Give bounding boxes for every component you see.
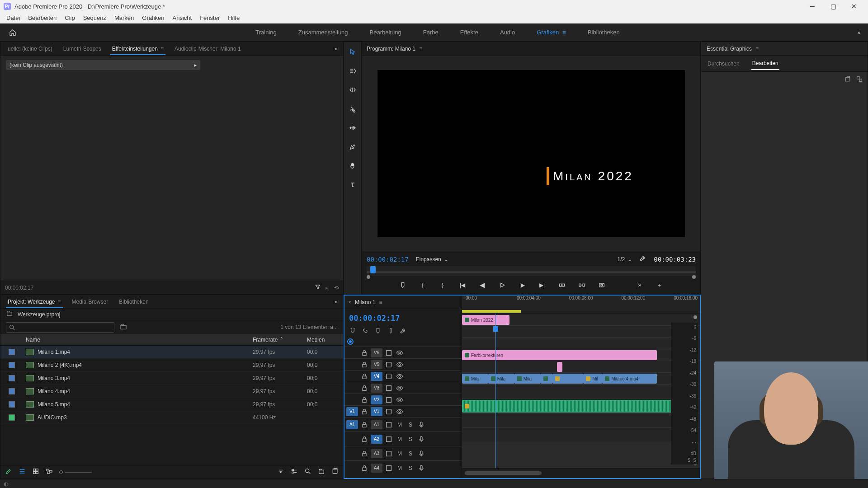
label-swatch[interactable]: [9, 388, 15, 394]
source-patch[interactable]: [346, 464, 358, 473]
clip-v1[interactable]: Mila: [488, 374, 514, 384]
work-area-bar[interactable]: [462, 310, 521, 313]
timeline-playhead[interactable]: [495, 314, 496, 468]
lock-icon[interactable]: [360, 421, 369, 428]
clip-v1[interactable]: Mila: [462, 374, 488, 384]
workspace-bibliotheken[interactable]: Bibliotheken: [588, 23, 620, 41]
lock-icon[interactable]: [360, 349, 369, 357]
settings-icon[interactable]: [400, 327, 407, 336]
tab-source[interactable]: uelle: (keine Clips): [2, 43, 58, 55]
track-target[interactable]: A1: [371, 420, 382, 429]
timeline-tracks[interactable]: Milan 2022 Farbkorrekturen Mila Mila Mil…: [462, 314, 700, 468]
eg-tab-bearbeiten[interactable]: Bearbeiten: [751, 57, 779, 70]
fx-toggle-icon[interactable]: [384, 385, 393, 392]
audio-track-header[interactable]: A2 M S: [344, 432, 462, 446]
menu-icon[interactable]: ≡: [562, 29, 566, 36]
track-target[interactable]: V1: [371, 407, 382, 416]
clip-title[interactable]: Milan 2022: [462, 315, 509, 325]
goto-out-icon[interactable]: ▶|: [537, 280, 547, 291]
snap-icon[interactable]: [349, 327, 356, 336]
audio-track-header[interactable]: A1 A1 M S: [344, 417, 462, 432]
lock-icon[interactable]: [360, 408, 369, 415]
solo-button[interactable]: S: [406, 465, 415, 471]
tab-lumetri-scopes[interactable]: Lumetri-Scopes: [58, 43, 107, 55]
mute-button[interactable]: M: [395, 436, 404, 442]
tabs-overflow-icon[interactable]: »: [331, 299, 341, 305]
out-point-handle[interactable]: [692, 275, 696, 279]
track-target[interactable]: A4: [371, 464, 382, 473]
workspace-grafiken[interactable]: Grafiken≡: [537, 23, 566, 41]
clip-transition[interactable]: [557, 362, 562, 372]
voice-record-icon[interactable]: [417, 450, 426, 457]
lock-icon[interactable]: [360, 361, 369, 368]
lock-icon[interactable]: [360, 385, 369, 392]
clip-audio[interactable]: [462, 400, 695, 413]
menu-clip[interactable]: Clip: [61, 14, 78, 22]
workspace-audio[interactable]: Audio: [500, 23, 515, 41]
track-target[interactable]: V3: [371, 384, 382, 393]
audio-track-header[interactable]: A3 M S: [344, 446, 462, 460]
panel-menu-icon[interactable]: ≡: [379, 299, 382, 305]
track-target[interactable]: A2: [371, 435, 382, 444]
table-row[interactable]: Milano 3.mp4 29,97 fps 00;0: [0, 372, 343, 385]
goto-in-icon[interactable]: |◀: [457, 280, 468, 291]
menu-hilfe[interactable]: Hilfe: [224, 14, 243, 22]
eye-icon[interactable]: [395, 385, 404, 392]
fx-toggle-icon[interactable]: [384, 396, 393, 404]
clip-v1[interactable]: Mila: [514, 374, 541, 384]
audio-track-header[interactable]: A4 M S: [344, 460, 462, 475]
video-track-header[interactable]: V4: [344, 370, 462, 382]
filter-icon[interactable]: [315, 284, 321, 291]
fit-dropdown[interactable]: Einpassen⌄: [416, 256, 448, 263]
maximize-button[interactable]: ▢: [823, 0, 844, 13]
panel-menu-icon[interactable]: ≡: [755, 46, 759, 52]
sort-icon[interactable]: [277, 468, 284, 476]
video-track-header[interactable]: V6: [344, 347, 462, 358]
source-patch[interactable]: A1: [346, 420, 358, 429]
selection-tool-icon[interactable]: [346, 46, 359, 58]
workspace-effekte[interactable]: Effekte: [460, 23, 478, 41]
step-back-icon[interactable]: ▸|: [326, 285, 330, 291]
eye-icon[interactable]: [395, 396, 404, 404]
new-item-icon[interactable]: [331, 468, 339, 476]
video-track-header[interactable]: V2: [344, 394, 462, 405]
zoom-dropdown[interactable]: 1/2⌄: [618, 256, 632, 263]
eye-icon[interactable]: [395, 349, 404, 357]
track-scroll-handle[interactable]: [693, 315, 697, 319]
workspace-training[interactable]: Training: [255, 23, 276, 41]
step-forward-icon[interactable]: |▶: [517, 280, 528, 291]
fx-toggle-icon[interactable]: [384, 450, 393, 457]
fx-toggle-icon[interactable]: [384, 373, 393, 380]
close-seq-icon[interactable]: ×: [348, 299, 351, 305]
panel-menu-icon[interactable]: ≡: [160, 46, 164, 52]
eye-icon[interactable]: [395, 361, 404, 368]
solo-s[interactable]: S: [693, 458, 696, 463]
group-icon[interactable]: [856, 75, 863, 84]
table-row[interactable]: AUDIO.mp3 44100 Hz: [0, 411, 343, 424]
voice-record-icon[interactable]: [417, 421, 426, 428]
solo-button[interactable]: S: [406, 450, 415, 457]
mute-button[interactable]: M: [395, 465, 404, 471]
slip-tool-icon[interactable]: [346, 122, 359, 134]
track-select-tool-icon[interactable]: [346, 65, 359, 77]
automate-to-sequence-icon[interactable]: [291, 468, 298, 476]
voice-record-icon[interactable]: [417, 436, 426, 443]
sequence-tab[interactable]: Milano 1: [355, 299, 375, 305]
find-icon[interactable]: [304, 468, 311, 476]
program-viewer[interactable]: Milan 2022: [362, 56, 700, 252]
panel-menu-icon[interactable]: ≡: [58, 299, 61, 305]
menu-fenster[interactable]: Fenster: [196, 14, 223, 22]
menu-datei[interactable]: Datei: [3, 14, 24, 22]
workspace-zusammenstellung[interactable]: Zusammenstellung: [298, 23, 348, 41]
label-swatch[interactable]: [9, 375, 15, 381]
minimize-button[interactable]: ─: [802, 0, 823, 13]
mark-out-icon[interactable]: }: [437, 280, 448, 291]
menu-marken[interactable]: Marken: [111, 14, 137, 22]
add-marker-icon[interactable]: [374, 327, 382, 336]
pen-icon[interactable]: [5, 468, 12, 476]
clip-v1[interactable]: [541, 374, 552, 384]
clip-v1[interactable]: Mil: [583, 374, 602, 384]
solo-button[interactable]: S: [406, 422, 415, 428]
panel-menu-icon[interactable]: ≡: [419, 46, 422, 52]
fx-toggle-icon[interactable]: [384, 349, 393, 357]
